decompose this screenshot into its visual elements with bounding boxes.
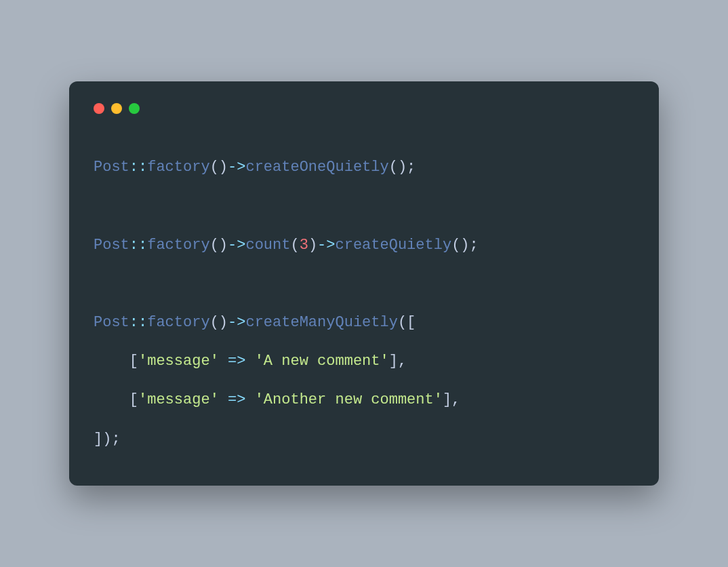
- token-str: 'message': [138, 391, 219, 408]
- token-punc: ],: [443, 391, 460, 408]
- code-line: ]);: [94, 420, 634, 458]
- code-line: Post::factory()->createManyQuietly([: [94, 303, 634, 342]
- token-op: ->: [228, 159, 245, 176]
- token-method: factory: [147, 314, 209, 331]
- zoom-icon[interactable]: [129, 103, 140, 114]
- token-op: =>: [228, 353, 245, 370]
- token-punc: ): [308, 237, 317, 254]
- token-str: 'A new comment': [255, 353, 389, 370]
- close-icon[interactable]: [94, 103, 104, 114]
- token-punc: [245, 353, 254, 370]
- token-punc: [219, 353, 228, 370]
- code-block: Post::factory()->createOneQuietly(); Pos…: [94, 148, 634, 458]
- token-class: Post: [94, 314, 129, 331]
- code-line: ['message' => 'A new comment'],: [94, 342, 634, 380]
- token-num: 3: [300, 237, 308, 254]
- token-punc: [: [129, 353, 138, 370]
- token-punc: (): [210, 159, 228, 176]
- token-op: ::: [129, 237, 147, 254]
- token-punc: (: [290, 237, 299, 254]
- minimize-icon[interactable]: [111, 103, 122, 114]
- token-str: 'message': [138, 353, 219, 370]
- token-str: 'Another new comment': [255, 391, 443, 408]
- token-punc: (): [210, 237, 228, 254]
- token-op: ->: [228, 237, 245, 254]
- token-punc: (): [210, 314, 228, 331]
- token-punc: [219, 391, 228, 408]
- token-method: factory: [147, 159, 209, 176]
- token-op: =>: [228, 391, 245, 408]
- token-punc: ]);: [94, 431, 121, 448]
- token-punc: ],: [389, 353, 407, 370]
- token-op: ->: [228, 314, 245, 331]
- code-line: Post::factory()->createOneQuietly();: [94, 148, 634, 187]
- token-op: ::: [129, 314, 147, 331]
- token-punc: ([: [398, 314, 416, 331]
- code-line: ['message' => 'Another new comment'],: [94, 380, 634, 419]
- token-method: createManyQuietly: [245, 314, 397, 331]
- token-punc: [245, 391, 254, 408]
- code-window: Post::factory()->createOneQuietly(); Pos…: [69, 81, 659, 486]
- token-class: Post: [94, 159, 129, 176]
- code-line: Post::factory()->count(3)->createQuietly…: [94, 226, 634, 265]
- token-op: ::: [129, 159, 147, 176]
- token-punc: ();: [389, 159, 416, 176]
- window-titlebar: [94, 103, 634, 114]
- token-punc: ();: [451, 237, 479, 254]
- token-method: factory: [147, 237, 209, 254]
- token-method: count: [245, 237, 290, 254]
- token-class: Post: [94, 237, 129, 254]
- code-line: [94, 187, 634, 225]
- token-op: ->: [317, 237, 335, 254]
- token-punc: [: [129, 391, 138, 408]
- code-line: [94, 265, 634, 303]
- token-method: createOneQuietly: [245, 159, 388, 176]
- token-method: createQuietly: [335, 237, 451, 254]
